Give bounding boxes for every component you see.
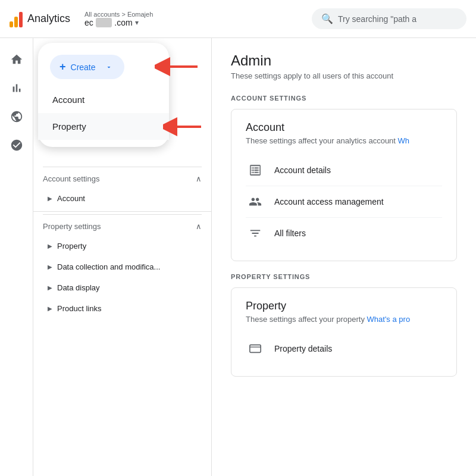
nav-explore-icon[interactable] (5, 105, 29, 129)
plus-icon: + (60, 61, 66, 73)
bullet-icon-2: ▶ (48, 243, 52, 249)
property-settings-section-label: PROPERTY SETTINGS (231, 273, 457, 280)
sidebar-item-data-collection[interactable]: ▶ Data collection and modifica... (43, 256, 202, 277)
all-filters-item[interactable]: All filters (246, 218, 442, 249)
account-access-label: Account access management (274, 197, 384, 206)
bullet-icon-3: ▶ (48, 264, 52, 270)
account-settings-label: Account settings (43, 174, 99, 183)
property-card-subtitle: These settings affect your property What… (246, 315, 442, 324)
account-name-blurred: ····· (96, 18, 112, 27)
property-card-subtitle-text: These settings affect your property (246, 315, 365, 324)
sidebar-item-data-display[interactable]: ▶ Data display (43, 277, 202, 298)
breadcrumb: All accounts > Eomajeh (84, 11, 153, 18)
bullet-icon-4: ▶ (48, 284, 52, 291)
sidebar-product-links-label: Product links (57, 304, 101, 313)
account-name-prefix: ec (84, 18, 93, 27)
left-nav (0, 38, 33, 476)
account-access-icon (246, 192, 265, 211)
account-card-subtitle-text: These settings affect your analytics acc… (246, 136, 396, 145)
account-settings-chevron-icon: ∧ (196, 174, 202, 183)
property-settings-header[interactable]: Property settings ∧ (43, 214, 202, 236)
account-name-suffix: .com (114, 18, 132, 27)
search-icon: 🔍 (321, 13, 333, 24)
sidebar: + Create Account (33, 38, 212, 476)
account-card-link[interactable]: Wh (398, 136, 410, 145)
property-card-link[interactable]: What's a pro (367, 315, 411, 324)
create-button-row: + Create (38, 48, 169, 84)
account-card: Account These settings affect your analy… (231, 109, 457, 261)
sidebar-divider-1 (33, 211, 211, 212)
property-details-label: Property details (274, 344, 332, 353)
account-settings-section: Account settings ∧ ▶ Account (33, 167, 211, 209)
arrow-to-property (163, 116, 205, 137)
property-settings-chevron-icon: ∧ (196, 222, 202, 231)
sidebar-data-display-label: Data display (57, 283, 100, 292)
bullet-icon-5: ▶ (48, 305, 52, 312)
analytics-logo-icon (10, 11, 23, 27)
dropdown-chevron-icon: ▾ (135, 18, 139, 27)
property-card: Property These settings affect your prop… (231, 287, 457, 377)
nav-reports-icon[interactable] (5, 76, 29, 100)
sidebar-item-account[interactable]: ▶ Account (43, 188, 202, 209)
create-dropdown-arrow-icon (103, 61, 115, 73)
nav-home-icon[interactable] (5, 48, 29, 71)
account-name[interactable]: ec ····· .com ▾ (84, 18, 153, 27)
account-details-icon (246, 161, 265, 180)
all-filters-icon (246, 224, 265, 243)
logo-area: Analytics (10, 11, 70, 27)
account-access-item[interactable]: Account access management (246, 186, 442, 217)
sidebar-item-property[interactable]: ▶ Property (43, 236, 202, 256)
nav-advertising-icon[interactable] (5, 133, 29, 157)
account-card-subtitle: These settings affect your analytics acc… (246, 136, 442, 145)
create-dropdown: + Create Account (38, 43, 169, 147)
account-settings-section-label: ACCOUNT SETTINGS (231, 95, 457, 102)
app-header: Analytics All accounts > Eomajeh ec ····… (0, 0, 476, 38)
dropdown-item-property[interactable]: Property (38, 113, 169, 140)
property-details-icon (246, 339, 265, 358)
app-title: Analytics (27, 12, 70, 25)
sidebar-item-product-links[interactable]: ▶ Product links (43, 298, 202, 319)
dropdown-menu: Account Property (38, 84, 169, 142)
account-card-title: Account (246, 121, 442, 134)
account-settings-header[interactable]: Account settings ∧ (43, 167, 202, 188)
all-filters-label: All filters (274, 228, 306, 238)
dropdown-property-label: Property (52, 121, 86, 131)
main-content: Admin These settings apply to all users … (212, 38, 476, 476)
create-button-label: Create (71, 62, 96, 72)
sidebar-data-collection-label: Data collection and modifica... (57, 262, 160, 271)
property-details-item[interactable]: Property details (246, 333, 442, 364)
account-selector[interactable]: All accounts > Eomajeh ec ····· .com ▾ (84, 11, 153, 27)
page-title: Admin (231, 52, 457, 69)
sidebar-account-label: Account (57, 194, 85, 203)
property-card-title: Property (246, 300, 442, 312)
bullet-icon: ▶ (48, 195, 52, 202)
dropdown-account-label: Account (52, 95, 84, 105)
property-settings-section: Property settings ∧ ▶ Property ▶ Data co… (33, 214, 211, 319)
account-details-label: Account details (274, 165, 331, 175)
sidebar-property-label: Property (57, 242, 86, 250)
main-layout: + Create Account (0, 38, 476, 476)
admin-subtitle: These settings apply to all users of thi… (231, 71, 457, 80)
search-bar[interactable]: 🔍 Try searching "path a (312, 8, 466, 29)
svg-rect-5 (250, 345, 261, 353)
account-details-item[interactable]: Account details (246, 155, 442, 186)
create-button[interactable]: + Create (50, 55, 124, 79)
property-settings-label: Property settings (43, 222, 101, 231)
search-placeholder: Try searching "path a (338, 14, 416, 24)
dropdown-item-account[interactable]: Account (38, 86, 169, 113)
